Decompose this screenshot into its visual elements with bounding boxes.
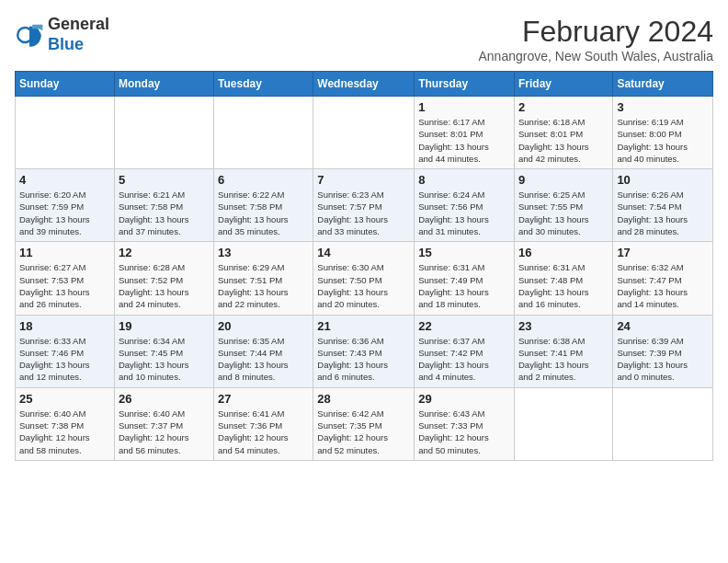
day-number: 21 [317, 319, 410, 333]
calendar-cell: 7Sunrise: 6:23 AMSunset: 7:57 PMDaylight… [313, 169, 415, 242]
calendar-cell [214, 97, 313, 169]
calendar-cell: 6Sunrise: 6:22 AMSunset: 7:58 PMDaylight… [214, 169, 313, 242]
calendar-cell [114, 97, 213, 169]
day-number: 10 [617, 173, 709, 187]
day-number: 19 [119, 319, 210, 333]
day-info: Sunrise: 6:17 AMSunset: 8:01 PMDaylight:… [418, 116, 510, 165]
day-number: 16 [518, 246, 609, 259]
day-info: Sunrise: 6:34 AMSunset: 7:45 PMDaylight:… [119, 335, 210, 384]
day-number: 7 [317, 173, 410, 187]
day-info: Sunrise: 6:35 AMSunset: 7:44 PMDaylight:… [218, 335, 309, 384]
calendar-week-4: 25Sunrise: 6:40 AMSunset: 7:38 PMDayligh… [16, 387, 713, 460]
weekday-header-row: SundayMondayTuesdayWednesdayThursdayFrid… [16, 72, 713, 97]
day-number: 25 [19, 392, 110, 406]
calendar-week-3: 18Sunrise: 6:33 AMSunset: 7:46 PMDayligh… [16, 315, 713, 387]
day-info: Sunrise: 6:43 AMSunset: 7:33 PMDaylight:… [418, 408, 510, 456]
day-info: Sunrise: 6:33 AMSunset: 7:46 PMDaylight:… [19, 335, 110, 384]
calendar-cell: 1Sunrise: 6:17 AMSunset: 8:01 PMDaylight… [415, 97, 515, 169]
day-number: 11 [19, 246, 110, 259]
day-number: 17 [617, 246, 709, 259]
calendar-table: SundayMondayTuesdayWednesdayThursdayFrid… [15, 71, 713, 461]
day-info: Sunrise: 6:24 AMSunset: 7:56 PMDaylight:… [418, 189, 510, 237]
weekday-header-sunday: Sunday [16, 72, 115, 97]
logo-icon [15, 20, 44, 50]
calendar-cell: 14Sunrise: 6:30 AMSunset: 7:50 PMDayligh… [313, 242, 415, 315]
day-info: Sunrise: 6:36 AMSunset: 7:43 PMDaylight:… [317, 335, 410, 384]
day-number: 3 [617, 100, 709, 114]
day-info: Sunrise: 6:37 AMSunset: 7:42 PMDaylight:… [418, 335, 510, 384]
calendar-cell [613, 387, 713, 460]
calendar-week-0: 1Sunrise: 6:17 AMSunset: 8:01 PMDaylight… [16, 97, 713, 169]
calendar-cell: 26Sunrise: 6:40 AMSunset: 7:37 PMDayligh… [114, 387, 213, 460]
calendar-cell: 12Sunrise: 6:28 AMSunset: 7:52 PMDayligh… [114, 242, 213, 315]
day-info: Sunrise: 6:27 AMSunset: 7:53 PMDaylight:… [19, 261, 110, 310]
day-info: Sunrise: 6:32 AMSunset: 7:47 PMDaylight:… [617, 261, 709, 310]
calendar-week-2: 11Sunrise: 6:27 AMSunset: 7:53 PMDayligh… [16, 242, 713, 315]
calendar-cell: 18Sunrise: 6:33 AMSunset: 7:46 PMDayligh… [16, 315, 115, 387]
day-info: Sunrise: 6:38 AMSunset: 7:41 PMDaylight:… [518, 335, 609, 384]
day-number: 22 [418, 319, 510, 333]
day-number: 24 [617, 319, 709, 333]
calendar-cell: 3Sunrise: 6:19 AMSunset: 8:00 PMDaylight… [613, 97, 713, 169]
calendar-body: 1Sunrise: 6:17 AMSunset: 8:01 PMDaylight… [16, 97, 713, 461]
calendar-cell: 2Sunrise: 6:18 AMSunset: 8:01 PMDaylight… [514, 97, 612, 169]
calendar-cell: 25Sunrise: 6:40 AMSunset: 7:38 PMDayligh… [16, 387, 115, 460]
logo-text: General Blue [48, 15, 109, 54]
weekday-header-tuesday: Tuesday [214, 72, 313, 97]
day-info: Sunrise: 6:22 AMSunset: 7:58 PMDaylight:… [218, 189, 309, 237]
calendar-cell: 27Sunrise: 6:41 AMSunset: 7:36 PMDayligh… [214, 387, 313, 460]
day-number: 5 [119, 173, 210, 187]
location-title: Annangrove, New South Wales, Australia [478, 49, 713, 63]
day-number: 26 [119, 392, 210, 406]
weekday-header-wednesday: Wednesday [313, 72, 415, 97]
calendar-cell: 11Sunrise: 6:27 AMSunset: 7:53 PMDayligh… [16, 242, 115, 315]
day-info: Sunrise: 6:23 AMSunset: 7:57 PMDaylight:… [317, 189, 410, 237]
weekday-header-monday: Monday [114, 72, 213, 97]
day-info: Sunrise: 6:25 AMSunset: 7:55 PMDaylight:… [518, 189, 609, 237]
calendar-cell: 13Sunrise: 6:29 AMSunset: 7:51 PMDayligh… [214, 242, 313, 315]
day-info: Sunrise: 6:28 AMSunset: 7:52 PMDaylight:… [119, 261, 210, 310]
day-info: Sunrise: 6:29 AMSunset: 7:51 PMDaylight:… [218, 261, 309, 310]
day-number: 23 [518, 319, 609, 333]
day-number: 12 [119, 246, 210, 259]
logo: General Blue [15, 15, 109, 54]
day-number: 4 [19, 173, 110, 187]
calendar-cell [16, 97, 115, 169]
day-number: 13 [218, 246, 309, 259]
calendar-week-1: 4Sunrise: 6:20 AMSunset: 7:59 PMDaylight… [16, 169, 713, 242]
day-info: Sunrise: 6:40 AMSunset: 7:38 PMDaylight:… [19, 408, 110, 456]
calendar-cell [514, 387, 612, 460]
weekday-header-saturday: Saturday [613, 72, 713, 97]
calendar-cell: 8Sunrise: 6:24 AMSunset: 7:56 PMDaylight… [415, 169, 515, 242]
calendar-cell: 29Sunrise: 6:43 AMSunset: 7:33 PMDayligh… [415, 387, 515, 460]
day-info: Sunrise: 6:42 AMSunset: 7:35 PMDaylight:… [317, 408, 410, 456]
day-info: Sunrise: 6:31 AMSunset: 7:49 PMDaylight:… [418, 261, 510, 310]
page-header: General Blue February 2024 Annangrove, N… [15, 15, 713, 63]
day-info: Sunrise: 6:19 AMSunset: 8:00 PMDaylight:… [617, 116, 709, 165]
day-number: 28 [317, 392, 410, 406]
calendar-cell: 24Sunrise: 6:39 AMSunset: 7:39 PMDayligh… [613, 315, 713, 387]
calendar-cell: 22Sunrise: 6:37 AMSunset: 7:42 PMDayligh… [415, 315, 515, 387]
day-info: Sunrise: 6:26 AMSunset: 7:54 PMDaylight:… [617, 189, 709, 237]
day-number: 9 [518, 173, 609, 187]
day-info: Sunrise: 6:39 AMSunset: 7:39 PMDaylight:… [617, 335, 709, 384]
day-info: Sunrise: 6:21 AMSunset: 7:58 PMDaylight:… [119, 189, 210, 237]
calendar-cell: 19Sunrise: 6:34 AMSunset: 7:45 PMDayligh… [114, 315, 213, 387]
day-info: Sunrise: 6:30 AMSunset: 7:50 PMDaylight:… [317, 261, 410, 310]
calendar-cell: 15Sunrise: 6:31 AMSunset: 7:49 PMDayligh… [415, 242, 515, 315]
month-title: February 2024 [478, 15, 713, 49]
calendar-cell: 17Sunrise: 6:32 AMSunset: 7:47 PMDayligh… [613, 242, 713, 315]
day-info: Sunrise: 6:41 AMSunset: 7:36 PMDaylight:… [218, 408, 309, 456]
day-number: 6 [218, 173, 309, 187]
day-number: 20 [218, 319, 309, 333]
day-number: 27 [218, 392, 309, 406]
calendar-cell: 10Sunrise: 6:26 AMSunset: 7:54 PMDayligh… [613, 169, 713, 242]
day-info: Sunrise: 6:40 AMSunset: 7:37 PMDaylight:… [119, 408, 210, 456]
calendar-cell: 9Sunrise: 6:25 AMSunset: 7:55 PMDaylight… [514, 169, 612, 242]
day-info: Sunrise: 6:18 AMSunset: 8:01 PMDaylight:… [518, 116, 609, 165]
day-number: 14 [317, 246, 410, 259]
calendar-cell [313, 97, 415, 169]
day-number: 18 [19, 319, 110, 333]
calendar-cell: 4Sunrise: 6:20 AMSunset: 7:59 PMDaylight… [16, 169, 115, 242]
day-number: 2 [518, 100, 609, 114]
